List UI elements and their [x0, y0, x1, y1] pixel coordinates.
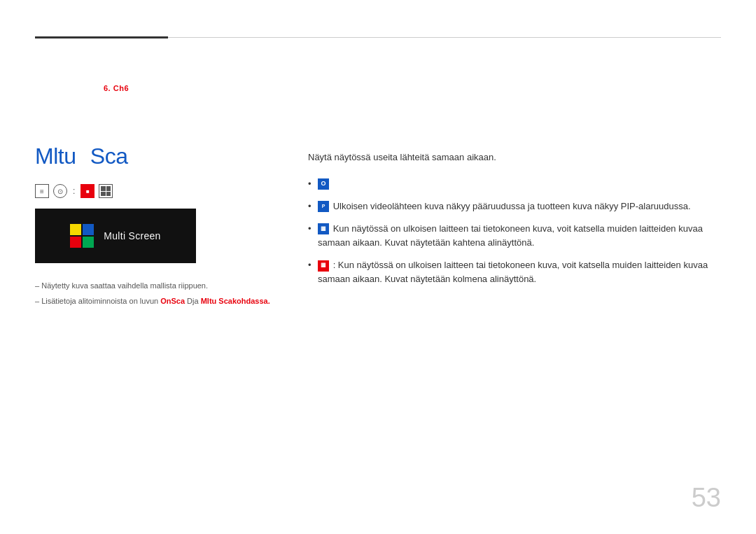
- chapter-label: 6. Ch6: [104, 84, 129, 92]
- note-link-onscreen: OnSca: [160, 297, 185, 305]
- multi-screen-panel: Multi Screen: [35, 209, 196, 263]
- bullet-text-4: : Kun näytössä on ulkoisen laitteen tai …: [318, 260, 708, 284]
- note-mid1: Dja: [185, 297, 201, 305]
- right-content: Näytä näytössä useita lähteitä samaan ai…: [308, 150, 721, 295]
- note-prefix-2: Lisätietoja alitoiminnoista on luvun: [41, 297, 160, 305]
- icon-multiview: [99, 184, 113, 198]
- bullet-icon-multi3: ▦: [318, 260, 329, 272]
- cs-green: [83, 237, 94, 248]
- title-multi: Mltu: [35, 143, 76, 169]
- icon-separator: :: [73, 186, 75, 196]
- page-title: Mltu Sca: [35, 143, 127, 169]
- icon-row: ≡ ⊙ : ■: [35, 184, 113, 198]
- icon-settings: ⊙: [53, 184, 67, 198]
- page-number: 53: [692, 483, 721, 513]
- cs-yellow: [70, 224, 81, 235]
- bullet-item-1: O: [308, 177, 721, 191]
- bullet-item-4: ▦ : Kun näytössä on ulkoisen laitteen ta…: [308, 258, 721, 286]
- bullet-item-3: ▦ Kun näytössä on ulkoisen laitteen tai …: [308, 222, 721, 250]
- intro-text: Näytä näytössä useita lähteitä samaan ai…: [308, 150, 721, 164]
- bullet-text-3: Kun näytössä on ulkoisen laitteen tai ti…: [318, 223, 703, 248]
- note-link-multi: Mltu: [201, 297, 217, 305]
- progress-filled: [35, 36, 168, 38]
- bullet-item-2: P Ulkoisen videolähteen kuva näkyy pääru…: [308, 199, 721, 213]
- title-screen: Sca: [90, 143, 128, 169]
- note-line-2: Lisätietoja alitoiminnoista on luvun OnS…: [35, 295, 287, 308]
- note-link-screen: Scakohdassa.: [218, 297, 270, 305]
- note-text-1: Näytetty kuva saattaa vaihdella mallista…: [41, 281, 208, 290]
- bullet-text-2: Ulkoisen videolähteen kuva näkyy pääruud…: [333, 201, 691, 211]
- note-line-1: Näytetty kuva saattaa vaihdella mallista…: [35, 280, 287, 293]
- icon-pip: ■: [80, 184, 94, 198]
- bullet-icon-multi2: ▦: [318, 223, 329, 234]
- cs-blue: [83, 224, 94, 235]
- bullet-icon-o: O: [318, 178, 329, 190]
- bullet-list: O P Ulkoisen videolähteen kuva näkyy pää…: [308, 177, 721, 287]
- notes-section: Näytetty kuva saattaa vaihdella mallista…: [35, 280, 287, 310]
- progress-bar: [35, 36, 721, 38]
- bullet-icon-p: P: [318, 201, 329, 212]
- color-grid-icon: [70, 224, 94, 248]
- progress-rest: [168, 37, 721, 38]
- panel-label: Multi Screen: [104, 230, 160, 241]
- icon-menu: ≡: [35, 184, 49, 198]
- cs-red: [70, 237, 81, 248]
